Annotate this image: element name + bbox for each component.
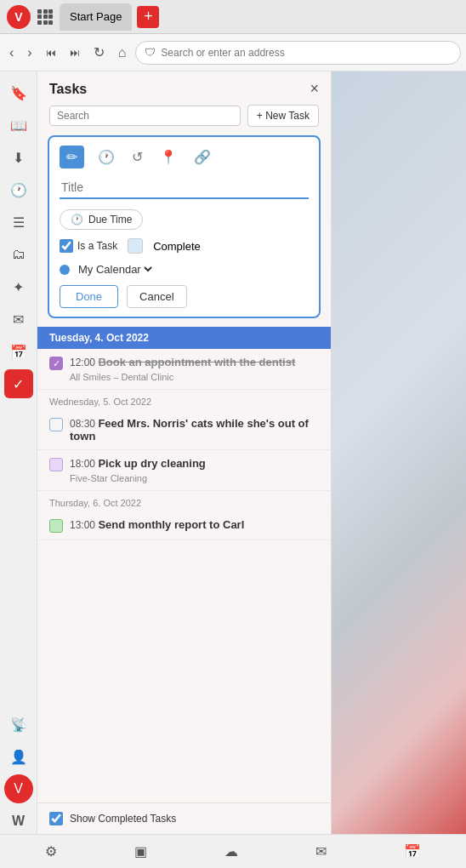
form-actions: Done Cancel <box>60 285 309 308</box>
status-bar: ⚙ ▣ ☁ ✉ 📅 <box>0 834 466 868</box>
skip-forward-button[interactable]: ⏭ <box>65 43 84 62</box>
task-title-2: Feed Mrs. Norris' cats while she's out o… <box>70 417 309 443</box>
sidebar-item-feeds[interactable]: 📡 <box>4 710 33 739</box>
new-task-button[interactable]: + New Task <box>247 105 319 127</box>
sidebar-item-mail[interactable]: ✉ <box>4 305 33 334</box>
task-checkbox-1[interactable] <box>49 357 63 370</box>
task-title-1: Book an appointment with the dentist <box>98 356 295 368</box>
tab-label: Start Page <box>70 10 122 23</box>
form-tab-link[interactable]: 🔗 <box>190 146 214 168</box>
address-input[interactable] <box>161 47 452 59</box>
cloud-icon[interactable]: ☁ <box>224 843 238 859</box>
skip-back-button[interactable]: ⏮ <box>42 43 60 62</box>
close-button[interactable]: × <box>310 80 319 98</box>
search-row: + New Task <box>37 105 331 135</box>
task-subtitle-3: Five-Star Cleaning <box>49 473 319 483</box>
panel-title: Tasks <box>49 82 87 97</box>
new-task-label: + New Task <box>257 110 310 122</box>
calendar-select[interactable]: My Calendar <box>75 262 155 277</box>
task-item[interactable]: 18:00 Pick up dry cleaning Five-Star Cle… <box>37 450 331 491</box>
task-time-4: 13:00 <box>70 519 98 531</box>
layout-icon[interactable]: ▣ <box>134 843 147 859</box>
main-layout: 🔖 📖 ⬇ 🕐 ☰ 🗂 ✦ ✉ 📅 ✓ 📡 👤 V W ➕ Tasks × + … <box>0 71 466 868</box>
task-subtitle-1: All Smiles – Dental Clinic <box>49 372 319 382</box>
tasks-header: Tasks × <box>37 71 331 105</box>
task-content: 12:00 Book an appointment with the denti… <box>70 356 295 368</box>
nav-bar: ‹ › ⏮ ⏭ ↻ ⌂ 🛡 <box>0 34 466 71</box>
vivaldi-logo[interactable]: V <box>7 5 31 29</box>
calendar-row: My Calendar <box>60 262 309 277</box>
sidebar-item-notes[interactable]: ☰ <box>4 208 33 237</box>
sidebar-item-wikipedia[interactable]: W <box>4 807 33 836</box>
active-tab[interactable]: Start Page <box>60 3 132 31</box>
forward-button[interactable]: › <box>23 42 36 64</box>
date-header-tuesday: Tuesday, 4. Oct 2022 <box>37 327 331 349</box>
settings-icon[interactable]: ⚙ <box>45 843 57 859</box>
form-tab-clock[interactable]: 🕐 <box>94 146 118 168</box>
task-item[interactable]: 08:30 Feed Mrs. Norris' cats while she's… <box>37 410 331 450</box>
form-tabs: ✏ 🕐 ↺ 📍 🔗 <box>60 146 309 168</box>
home-button[interactable]: ⌂ <box>114 42 131 64</box>
sidebar-item-tasks[interactable]: ✓ <box>4 369 33 398</box>
search-wrap[interactable] <box>49 106 241 126</box>
task-item[interactable]: 13:00 Send monthly report to Carl <box>37 511 331 540</box>
task-time-3: 18:00 <box>70 458 98 470</box>
calendar-status-icon[interactable]: 📅 <box>404 843 421 859</box>
clock-small-icon: 🕐 <box>71 214 83 226</box>
task-time-2: 08:30 <box>70 418 98 430</box>
sidebar-item-bookmarks[interactable]: 🔖 <box>4 78 33 107</box>
complete-checkbox-visual <box>128 238 143 254</box>
address-bar[interactable]: 🛡 <box>135 41 461 65</box>
form-tab-repeat[interactable]: ↺ <box>128 146 146 168</box>
is-task-checkbox[interactable] <box>60 239 73 253</box>
tasks-panel: Tasks × + New Task ✏ 🕐 ↺ 📍 🔗 <box>37 71 332 868</box>
sidebar-item-files[interactable]: 🗂 <box>4 240 33 269</box>
sidebar-item-vivaldi[interactable]: V <box>4 774 33 803</box>
search-input[interactable] <box>57 110 233 122</box>
tasks-list: Tuesday, 4. Oct 2022 12:00 Book an appoi… <box>37 327 331 868</box>
content-area <box>332 71 466 868</box>
is-task-wrap[interactable]: Is a Task <box>60 239 117 253</box>
sidebar-item-downloads[interactable]: ⬇ <box>4 143 33 172</box>
refresh-button[interactable]: ↻ <box>89 41 109 64</box>
task-checkbox-4[interactable] <box>49 519 63 533</box>
done-button[interactable]: Done <box>60 285 118 308</box>
task-checkbox-3[interactable] <box>49 458 63 471</box>
sidebar-item-calendar[interactable]: 📅 <box>4 337 33 366</box>
content-background <box>332 71 466 868</box>
form-tab-location[interactable]: 📍 <box>156 146 180 168</box>
show-completed-label: Show Completed Tasks <box>70 813 176 825</box>
task-title-input[interactable] <box>60 177 309 199</box>
task-content: 08:30 Feed Mrs. Norris' cats while she's… <box>70 417 319 443</box>
task-main-row: 13:00 Send monthly report to Carl <box>49 518 319 533</box>
complete-label: Complete <box>153 240 201 253</box>
tab-strip: Start Page + <box>60 3 459 31</box>
shield-icon: 🛡 <box>145 46 156 59</box>
date-label-thursday: Thursday, 6. Oct 2022 <box>37 491 331 511</box>
task-item[interactable]: 12:00 Book an appointment with the denti… <box>37 349 331 390</box>
task-content: 18:00 Pick up dry cleaning <box>70 457 206 470</box>
sidebar-item-reading[interactable]: 📖 <box>4 111 33 140</box>
due-time-label: Due Time <box>88 214 132 226</box>
new-tab-button[interactable]: + <box>137 6 159 28</box>
sidebar-item-starred[interactable]: ✦ <box>4 272 33 301</box>
sidebar: 🔖 📖 ⬇ 🕐 ☰ 🗂 ✦ ✉ 📅 ✓ 📡 👤 V W ➕ <box>0 71 37 868</box>
back-button[interactable]: ‹ <box>5 42 18 64</box>
form-tab-edit[interactable]: ✏ <box>60 146 84 168</box>
task-content: 13:00 Send monthly report to Carl <box>70 518 244 531</box>
is-task-label: Is a Task <box>77 240 117 252</box>
task-title-4: Send monthly report to Carl <box>98 518 244 531</box>
sidebar-item-contacts[interactable]: 👤 <box>4 742 33 771</box>
task-checkbox-2[interactable] <box>49 418 63 431</box>
show-completed-checkbox[interactable] <box>49 812 63 825</box>
calendar-dot <box>60 265 70 275</box>
form-row-due: 🕐 Due Time <box>60 209 309 230</box>
due-time-button[interactable]: 🕐 Due Time <box>60 209 143 230</box>
form-row-checkboxes: Is a Task Complete <box>60 238 309 254</box>
apps-grid-icon[interactable] <box>37 9 53 25</box>
mail-status-icon[interactable]: ✉ <box>315 843 327 859</box>
task-main-row: 18:00 Pick up dry cleaning <box>49 457 319 471</box>
cancel-button[interactable]: Cancel <box>127 285 186 308</box>
task-form: ✏ 🕐 ↺ 📍 🔗 🕐 Due Time Is a Task Comp <box>48 135 321 318</box>
sidebar-item-history[interactable]: 🕐 <box>4 175 33 204</box>
